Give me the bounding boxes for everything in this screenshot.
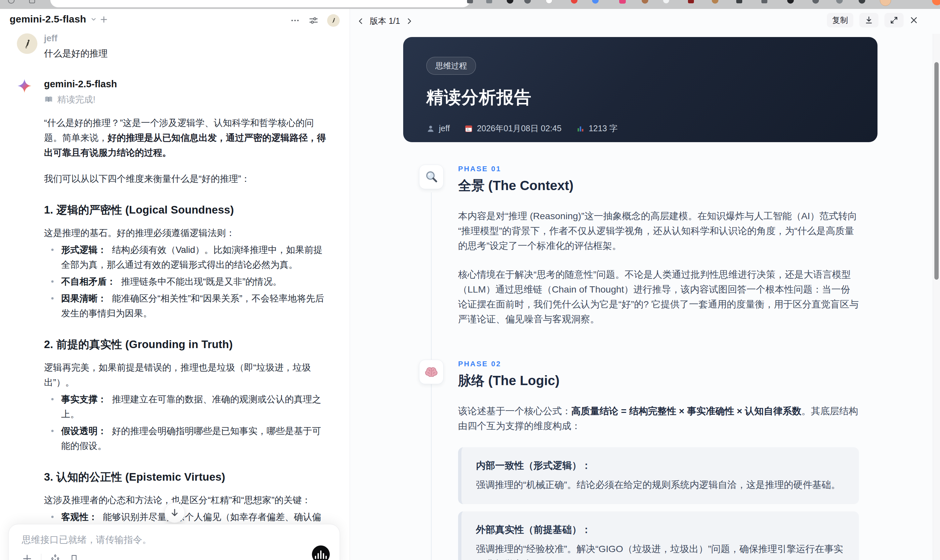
report-hero-card: 思维过程 精读分析报告 jeff 2026年01月08日 02:45 — [403, 37, 877, 142]
assistant-status-text: 精读完成! — [57, 94, 96, 105]
extension-icon[interactable] — [507, 0, 513, 4]
section-logical-soundness: 1. 逻辑的严密性 (Logical Soundness) 这是推理的基石。好的… — [44, 203, 330, 321]
reload-icon[interactable] — [8, 0, 15, 4]
composer-input[interactable]: 思维接口已就绪，请传输指令。 — [22, 534, 151, 546]
extension-icon[interactable] — [712, 0, 718, 4]
report-content: 思维过程 精读分析报告 jeff 2026年01月08日 02:45 — [403, 37, 877, 560]
chat-panel: gemini-2.5-flash — [0, 9, 350, 560]
browser-toolbar — [0, 0, 940, 9]
report-title: 精读分析报告 — [426, 86, 877, 109]
section-heading: 2. 前提的真实性 (Grounding in Truth) — [44, 337, 330, 352]
composer: 思维接口已就绪，请传输指令。 — [8, 524, 340, 560]
profile-avatar[interactable] — [880, 0, 891, 6]
fullscreen-button[interactable] — [885, 13, 904, 28]
extension-icon[interactable] — [812, 0, 819, 4]
phase-1-section: PHASE 01 全景 (The Context) 本内容是对“推理 (Reas… — [403, 165, 877, 327]
chat-scroll-area[interactable]: jeff 什么是好的推理 gemini-2.5-flash — [0, 29, 350, 560]
extension-icon[interactable] — [688, 0, 694, 3]
report-author: jeff — [426, 124, 450, 133]
extension-icon[interactable] — [787, 0, 794, 4]
model-selector[interactable]: gemini-2.5-flash — [9, 14, 97, 25]
extension-icon[interactable] — [486, 0, 492, 3]
model-name: gemini-2.5-flash — [9, 14, 86, 25]
phase-paragraph: 本内容是对“推理 (Reasoning)”这一抽象概念的高层建模。在知识爆炸与人… — [458, 209, 859, 253]
extension-icon[interactable] — [858, 0, 865, 4]
user-avatar-button[interactable] — [327, 14, 340, 27]
voice-input-button[interactable] — [312, 545, 330, 560]
user-message: jeff 什么是好的推理 — [17, 33, 330, 60]
section-heading: 3. 认知的公正性 (Epistemic Virtues) — [44, 470, 330, 485]
scrollbar-track[interactable] — [933, 34, 940, 560]
bullet-item: 事实支撑：推理建立在可靠的数据、准确的观测或公认的真理之上。 — [44, 392, 330, 422]
assistant-intro: “什么是好的推理？”这是一个涉及逻辑学、认知科学和哲学核心的问题。简单来说，好的… — [44, 115, 330, 160]
report-toolbar: 版本 1/1 复制 — [350, 9, 940, 35]
bar-chart-icon — [576, 124, 585, 133]
extension-icon[interactable] — [642, 0, 648, 4]
section-intro: 逻辑再完美，如果前提是错误的，推理也是垃圾（即“垃圾进，垃圾出”）。 — [44, 360, 330, 390]
extension-icon[interactable] — [592, 0, 599, 4]
user-silhouette-icon — [426, 124, 435, 133]
extension-icon[interactable] — [571, 0, 578, 4]
extension-icon[interactable] — [546, 0, 552, 4]
dimension-card-external-truth: 外部真实性（前提基础）： 强调推理的“经验校准”。解决“GIGO（垃圾进，垃圾出… — [458, 511, 859, 560]
address-bar[interactable] — [50, 0, 470, 7]
arrow-down-icon — [170, 508, 180, 518]
brain-icon — [419, 360, 444, 384]
card-title: 内部一致性（形式逻辑）： — [476, 459, 844, 472]
copy-button[interactable]: 复制 — [827, 13, 853, 28]
scrollbar-thumb[interactable] — [934, 62, 938, 280]
phase-title: 全景 (The Context) — [458, 177, 859, 195]
card-body: 强调推理的“机械正确”。结论必须在给定的规则系统内逻辑自洽，这是推理的硬件基础。 — [476, 477, 844, 492]
assistant-message: gemini-2.5-flash 精读完成! “什么是好的推理？”这是一个涉及逻… — [17, 78, 330, 560]
version-label: 版本 1/1 — [370, 15, 400, 26]
section-heading: 1. 逻辑的严密性 (Logical Soundness) — [44, 203, 330, 217]
phase-label: PHASE 01 — [458, 165, 859, 173]
bullet-item: 因果清晰：能准确区分“相关性”和“因果关系”，不会轻率地将先后发生的事情归为因果… — [44, 291, 330, 321]
chat-header: gemini-2.5-flash — [0, 9, 350, 29]
report-panel: 版本 1/1 复制 思维过程 精读分析报告 — [350, 9, 940, 560]
extension-icon[interactable] — [663, 0, 669, 4]
assistant-lead: 我们可以从以下四个维度来衡量什么是“好的推理”： — [44, 171, 330, 186]
extension-icon[interactable] — [736, 0, 742, 3]
calendar-icon — [464, 124, 473, 133]
phase-title: 脉络 (The Logic) — [458, 372, 859, 390]
phase-paragraph: 核心情境在于解决“思考的随意性”问题。不论是人类通过批判性思维进行决策，还是大语… — [458, 267, 859, 327]
phase-formula: 该论述基于一个核心公式：高质量结论 = 结构完整性 × 事实准确性 × 认知自律… — [458, 404, 859, 433]
report-datetime: 2026年01月08日 02:45 — [464, 123, 562, 134]
bullet-item: 不自相矛盾：推理链条中不能出现“既是又非”的情况。 — [44, 274, 330, 289]
new-chat-button[interactable] — [99, 15, 108, 24]
bullet-item: 形式逻辑：结构必须有效（Valid）。比如演绎推理中，如果前提全部为真，那么通过… — [44, 242, 330, 272]
report-word-count: 1213 字 — [576, 123, 618, 134]
section-grounding-in-truth: 2. 前提的真实性 (Grounding in Truth) 逻辑再完美，如果前… — [44, 337, 330, 453]
sparkle-tools-button[interactable] — [50, 553, 60, 560]
open-book-icon — [44, 95, 53, 104]
extension-icon[interactable] — [761, 0, 767, 3]
card-body: 强调推理的“经验校准”。解决“GIGO（垃圾进，垃圾出）”问题，确保推理引擎运行… — [476, 541, 844, 560]
magnifier-icon — [419, 165, 444, 189]
bullet-item: 假设透明：好的推理会明确指明哪些是已知事实，哪些是基于可能的假设。 — [44, 423, 330, 453]
gemini-star-icon — [17, 78, 37, 94]
extensions-icon[interactable] — [29, 0, 35, 3]
more-options-button[interactable] — [290, 15, 300, 25]
assistant-model-name: gemini-2.5-flash — [44, 78, 330, 89]
user-name: jeff — [44, 33, 330, 44]
version-prev-button[interactable] — [357, 17, 365, 25]
browser-edge-icon[interactable] — [932, 0, 940, 5]
download-button[interactable] — [859, 13, 878, 28]
extension-icon[interactable] — [467, 0, 473, 3]
attach-plus-button[interactable] — [22, 553, 32, 560]
composer-divider — [41, 554, 42, 560]
user-message-avatar — [17, 33, 37, 54]
scroll-to-bottom-button[interactable] — [164, 503, 185, 523]
extension-icon[interactable] — [619, 0, 626, 4]
bookmark-button[interactable] — [69, 554, 79, 560]
close-panel-button[interactable] — [909, 16, 918, 25]
settings-sliders-button[interactable] — [308, 15, 319, 25]
dimension-card-internal-consistency: 内部一致性（形式逻辑）： 强调推理的“机械正确”。结论必须在给定的规则系统内逻辑… — [458, 447, 859, 504]
extension-icon[interactable] — [524, 0, 531, 4]
card-title: 外部真实性（前提基础）： — [476, 523, 844, 537]
version-next-button[interactable] — [405, 17, 413, 25]
extension-icon[interactable] — [836, 0, 843, 4]
phase-2-section: PHASE 02 脉络 (The Logic) 该论述基于一个核心公式：高质量结… — [403, 360, 877, 560]
section-intro: 这是推理的基石。好的推理必须遵循逻辑法则： — [44, 225, 330, 240]
